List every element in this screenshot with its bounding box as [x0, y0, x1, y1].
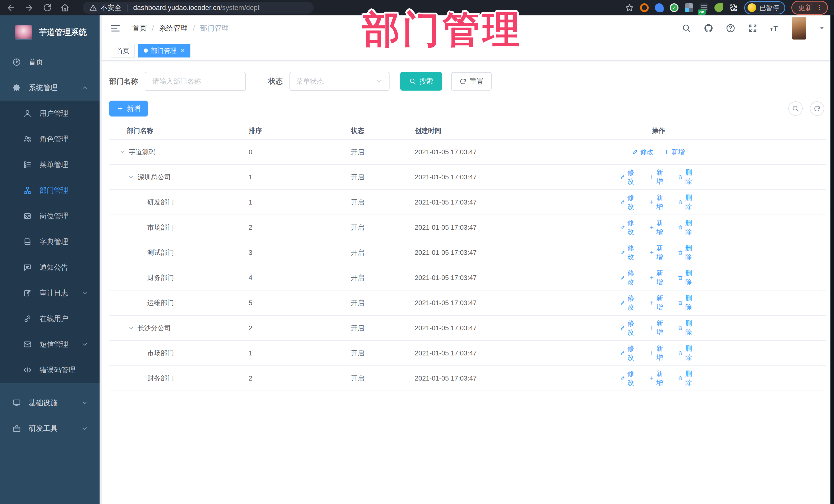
trash-icon [678, 224, 683, 231]
table-row: 财务部门4开启2021-01-05 17:03:47修改新增删除 [109, 265, 826, 290]
caret-down-icon[interactable] [819, 25, 825, 31]
created-cell: 2021-01-05 17:03:47 [415, 223, 620, 232]
sidebar-item-user-management[interactable]: 用户管理 [0, 101, 100, 126]
breadcrumb-system[interactable]: 系统管理 [159, 23, 188, 33]
row-expand-caret-icon[interactable] [128, 174, 134, 180]
link-icon [23, 314, 32, 323]
fullscreen-icon[interactable] [748, 23, 758, 33]
add-link[interactable]: 新增 [649, 344, 668, 362]
sidebar-item-online-users[interactable]: 在线用户 [0, 306, 100, 332]
app-logo[interactable]: 芋道管理系统 [0, 15, 100, 49]
list-on-ext-icon[interactable]: on [700, 3, 708, 12]
user-avatar[interactable] [792, 17, 806, 40]
add-link[interactable]: 新增 [649, 294, 668, 312]
bookmark-star-icon[interactable] [625, 3, 634, 12]
tab-dept-management[interactable]: 部门管理 × [138, 44, 191, 58]
add-link[interactable]: 新增 [663, 148, 685, 156]
delete-link[interactable]: 删除 [678, 218, 697, 236]
forward-icon[interactable] [24, 3, 34, 13]
sidebar-item-menu-management[interactable]: 菜单管理 [0, 152, 100, 178]
window-scrollbar[interactable] [830, 15, 834, 504]
delete-link[interactable]: 删除 [678, 344, 697, 362]
modify-link[interactable]: 修改 [620, 193, 639, 211]
sidebar-item-dict-management[interactable]: 字典管理 [0, 229, 100, 255]
delete-link[interactable]: 删除 [678, 319, 697, 337]
topbar-actions: TT [682, 17, 825, 40]
address-divider [127, 4, 128, 12]
toggle-search-button[interactable] [788, 101, 803, 116]
tab-home[interactable]: 首页 [111, 44, 135, 58]
modify-link[interactable]: 修改 [620, 218, 639, 236]
modify-link[interactable]: 修改 [620, 319, 639, 337]
reload-icon[interactable] [42, 3, 52, 13]
delete-link[interactable]: 删除 [678, 369, 697, 387]
dept-name-input[interactable] [145, 72, 246, 91]
add-link[interactable]: 新增 [649, 319, 668, 337]
sidebar-item-notice-announcement[interactable]: 通知公告 [0, 255, 100, 280]
orange-ring-ext-icon[interactable] [640, 3, 649, 12]
created-cell: 2021-01-05 17:03:47 [415, 249, 620, 257]
sidebar-item-role-management[interactable]: 角色管理 [0, 126, 100, 152]
sidebar-item-audit-log[interactable]: 审计日志 [0, 280, 100, 306]
modify-link[interactable]: 修改 [620, 344, 639, 362]
add-link[interactable]: 新增 [649, 269, 668, 287]
add-link[interactable]: 新增 [649, 193, 668, 211]
search-icon[interactable] [682, 23, 691, 33]
delete-link[interactable]: 删除 [678, 243, 697, 262]
kebab-menu-icon[interactable] [816, 4, 823, 12]
sidebar-item-dept-management[interactable]: 部门管理 [0, 178, 100, 203]
column-header: 部门名称 [109, 126, 249, 135]
home-icon[interactable] [60, 3, 70, 13]
blue-drop-ext-icon[interactable] [655, 3, 664, 12]
plus-icon [649, 375, 654, 381]
address-bar[interactable]: 不安全 dashboard.yudao.iocoder.cn/system/de… [83, 2, 313, 14]
pencil-icon [620, 325, 626, 331]
modify-link[interactable]: 修改 [620, 168, 639, 186]
delete-link[interactable]: 删除 [678, 269, 697, 287]
row-expand-caret-icon[interactable] [119, 149, 126, 155]
add-link[interactable]: 新增 [649, 218, 668, 236]
sidebar-item-label: 系统管理 [29, 83, 58, 93]
font-size-icon[interactable]: TT [770, 23, 780, 33]
green-leaf-ext-icon[interactable] [715, 3, 723, 12]
green-check-ext-icon[interactable]: ✓ [670, 3, 679, 12]
sidebar-item-sms-management[interactable]: 短信管理 [0, 332, 100, 357]
add-button[interactable]: 新增 [109, 101, 148, 116]
sidebar-item-infrastructure[interactable]: 基础设施 [0, 390, 100, 416]
puzzle-ext-icon[interactable] [729, 3, 738, 12]
delete-link[interactable]: 删除 [678, 193, 697, 211]
modify-link[interactable]: 修改 [620, 269, 639, 287]
sidebar-item-home[interactable]: 首页 [0, 49, 100, 75]
dept-name-cell: 财务部门 [109, 374, 249, 383]
github-icon[interactable] [704, 23, 714, 33]
modify-link[interactable]: 修改 [620, 369, 639, 387]
add-link[interactable]: 新增 [649, 243, 668, 262]
modify-link[interactable]: 修改 [620, 243, 639, 262]
search-button[interactable]: 搜索 [400, 72, 442, 91]
profile-paused-pill[interactable]: 已暂停 [744, 1, 785, 14]
org-tree-icon [23, 186, 32, 195]
refresh-table-button[interactable] [810, 101, 824, 116]
update-button[interactable]: 更新 [791, 1, 828, 15]
close-icon[interactable]: × [181, 47, 185, 54]
back-icon[interactable] [6, 3, 16, 13]
sidebar-item-post-management[interactable]: 岗位管理 [0, 203, 100, 229]
status-select[interactable]: 菜单状态 [289, 72, 390, 91]
modify-link[interactable]: 修改 [632, 148, 654, 156]
table-row: 运维部门5开启2021-01-05 17:03:47修改新增删除 [109, 290, 826, 316]
hamburger-icon[interactable] [110, 23, 120, 34]
breadcrumb-home[interactable]: 首页 [132, 23, 147, 33]
add-link[interactable]: 新增 [649, 369, 668, 387]
row-expand-caret-icon[interactable] [128, 325, 134, 331]
help-icon[interactable] [726, 23, 736, 33]
grid-ext-icon[interactable] [685, 3, 694, 12]
delete-link[interactable]: 删除 [678, 168, 697, 186]
sidebar-item-dev-tools[interactable]: 研发工具 [0, 416, 100, 441]
sidebar-item-system-management[interactable]: 系统管理 [0, 75, 100, 101]
modify-link[interactable]: 修改 [620, 294, 639, 312]
sidebar-item-error-code-management[interactable]: 错误码管理 [0, 357, 100, 383]
table-header: 部门名称 排序 状态 创建时间 操作 [109, 122, 826, 139]
add-link[interactable]: 新增 [649, 168, 668, 186]
delete-link[interactable]: 删除 [678, 294, 697, 312]
reset-button[interactable]: 重置 [451, 72, 492, 91]
